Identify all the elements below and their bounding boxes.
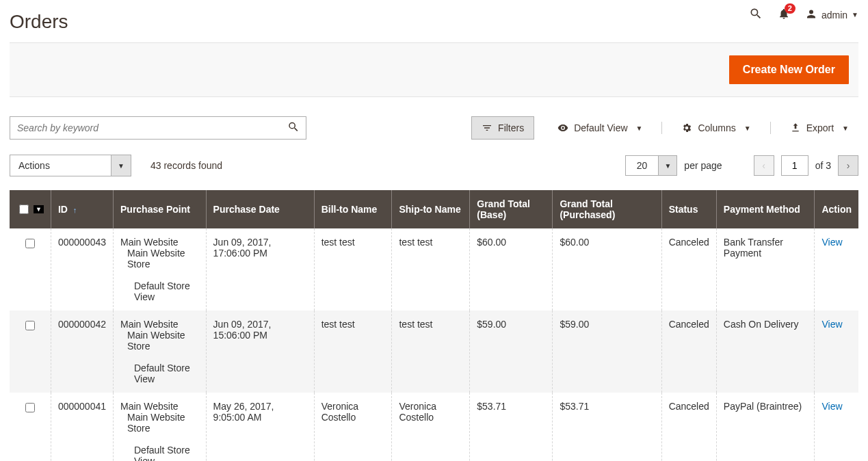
header-grand-total-base[interactable]: Grand Total (Base)	[470, 190, 553, 228]
cell-bill-to: Veronica Costello	[314, 393, 392, 461]
header-purchase-date[interactable]: Purchase Date	[206, 190, 314, 228]
cell-status: Canceled	[661, 311, 716, 393]
prev-page-button[interactable]: ‹	[754, 155, 774, 176]
cell-id: 000000041	[51, 393, 113, 461]
cell-bill-to: test test	[314, 311, 392, 393]
cell-payment-method: PayPal (Braintree)	[716, 393, 815, 461]
export-button[interactable]: Export ▼	[780, 117, 858, 139]
export-icon	[790, 122, 801, 133]
columns-button[interactable]: Columns ▼	[672, 117, 760, 139]
cell-payment-method: Cash On Delivery	[716, 311, 815, 393]
select-all-checkbox[interactable]	[19, 205, 29, 214]
export-label: Export	[806, 122, 834, 133]
caret-down-icon: ▼	[852, 11, 858, 18]
cell-grand-total-base: $60.00	[470, 228, 553, 311]
table-row[interactable]: 000000042Main WebsiteMain Website StoreD…	[10, 311, 858, 393]
select-all-toggle[interactable]: ▼	[34, 205, 44, 213]
chevron-left-icon: ‹	[762, 160, 765, 171]
per-page-toggle[interactable]: ▼	[658, 155, 677, 176]
table-row[interactable]: 000000041Main WebsiteMain Website StoreD…	[10, 393, 858, 461]
row-checkbox[interactable]	[25, 239, 35, 248]
table-row[interactable]: 000000043Main WebsiteMain Website StoreD…	[10, 228, 858, 311]
eye-icon	[557, 122, 568, 133]
chevron-right-icon: ›	[847, 160, 850, 171]
cell-purchase-point: Main WebsiteMain Website StoreDefault St…	[114, 393, 207, 461]
create-new-order-button[interactable]: Create New Order	[729, 55, 849, 84]
view-link[interactable]: View	[821, 401, 842, 412]
cell-status: Canceled	[661, 228, 716, 311]
page-title: Orders	[10, 11, 68, 33]
sort-asc-icon: ↑	[73, 206, 77, 214]
next-page-button[interactable]: ›	[838, 155, 858, 176]
cell-grand-total-base: $53.71	[470, 393, 553, 461]
cell-ship-to: test test	[392, 311, 470, 393]
cell-grand-total-purchased: $53.71	[553, 393, 661, 461]
page-header: Orders 2 admin ▼	[10, 0, 858, 33]
filters-button[interactable]: Filters	[471, 116, 534, 140]
view-link[interactable]: View	[821, 237, 842, 248]
cell-purchase-date: May 26, 2017, 9:05:00 AM	[206, 393, 314, 461]
per-page-select[interactable]: 20 ▼	[625, 155, 678, 176]
caret-down-icon: ▼	[842, 124, 849, 132]
cell-purchase-point: Main WebsiteMain Website StoreDefault St…	[114, 311, 207, 393]
header-ship-to[interactable]: Ship-to Name	[392, 190, 470, 228]
orders-grid: ▼ ID ↑ Purchase Point Purchase Date Bill…	[10, 190, 858, 461]
header-select[interactable]: ▼	[10, 190, 51, 228]
mass-actions-select[interactable]: Actions ▼	[10, 155, 131, 176]
search-input[interactable]	[10, 116, 306, 140]
person-icon	[805, 9, 817, 21]
gear-icon	[681, 122, 692, 133]
cell-grand-total-purchased: $60.00	[553, 228, 661, 311]
per-page-label: per page	[684, 160, 722, 171]
view-link[interactable]: View	[821, 319, 842, 330]
cell-id: 000000042	[51, 311, 113, 393]
cell-grand-total-base: $59.00	[470, 311, 553, 393]
header-id[interactable]: ID ↑	[51, 190, 113, 228]
mass-actions-toggle[interactable]: ▼	[111, 155, 131, 176]
mass-actions-label: Actions	[10, 155, 111, 176]
cell-payment-method: Bank Transfer Payment	[716, 228, 815, 311]
keyword-search[interactable]	[10, 116, 306, 140]
account-username: admin	[821, 10, 847, 21]
current-page-input[interactable]	[781, 155, 808, 176]
cell-purchase-date: Jun 09, 2017, 15:06:00 PM	[206, 311, 314, 393]
cell-ship-to: test test	[392, 228, 470, 311]
global-search-icon[interactable]	[749, 7, 763, 23]
cell-bill-to: test test	[314, 228, 392, 311]
header-payment-method[interactable]: Payment Method	[716, 190, 815, 228]
default-view-label: Default View	[574, 122, 627, 133]
search-submit-icon[interactable]	[287, 121, 300, 135]
row-checkbox[interactable]	[25, 321, 35, 330]
row-checkbox[interactable]	[25, 403, 35, 412]
cell-purchase-point: Main WebsiteMain Website StoreDefault St…	[114, 228, 207, 311]
cell-grand-total-purchased: $59.00	[553, 311, 661, 393]
header-grand-total-purchased[interactable]: Grand Total (Purchased)	[553, 190, 661, 228]
records-found: 43 records found	[150, 160, 222, 171]
per-page-value: 20	[625, 155, 659, 176]
page-total-label: of 3	[815, 160, 831, 171]
notifications-count: 2	[785, 3, 795, 14]
header-status[interactable]: Status	[661, 190, 716, 228]
caret-down-icon: ▼	[636, 124, 643, 132]
account-menu[interactable]: admin ▼	[805, 9, 858, 21]
header-action[interactable]: Action	[815, 190, 858, 228]
columns-label: Columns	[698, 122, 735, 133]
header-bill-to[interactable]: Bill-to Name	[314, 190, 392, 228]
cell-status: Canceled	[661, 393, 716, 461]
page-actions: Create New Order	[10, 42, 858, 97]
filters-label: Filters	[498, 122, 524, 133]
caret-down-icon: ▼	[744, 124, 751, 132]
default-view-button[interactable]: Default View ▼	[548, 117, 652, 139]
notifications-button[interactable]: 2	[778, 8, 790, 22]
cell-purchase-date: Jun 09, 2017, 17:06:00 PM	[206, 228, 314, 311]
funnel-icon	[482, 122, 492, 133]
cell-id: 000000043	[51, 228, 113, 311]
cell-ship-to: Veronica Costello	[392, 393, 470, 461]
header-purchase-point[interactable]: Purchase Point	[114, 190, 207, 228]
